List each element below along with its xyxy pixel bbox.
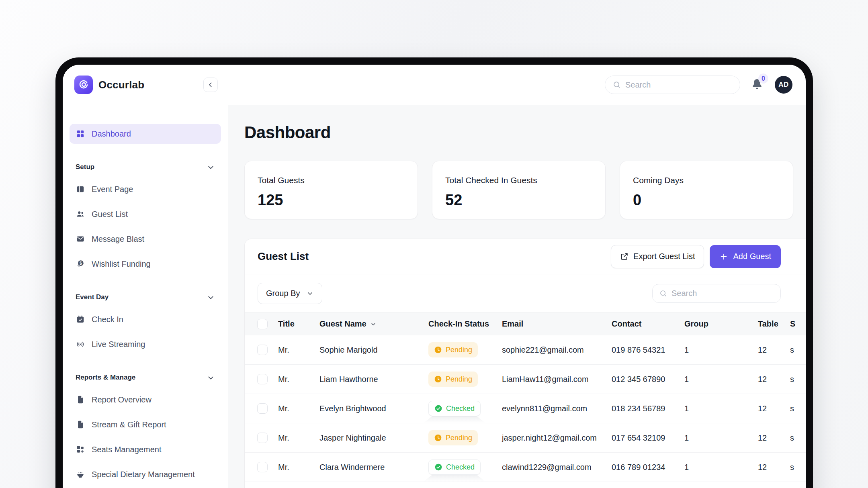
group-by-label: Group By: [266, 289, 300, 298]
chevron-down-icon: [306, 290, 314, 297]
clock-icon: [434, 346, 442, 354]
status-badge-label: Checked: [446, 463, 475, 472]
guest-list-title: Guest List: [258, 250, 309, 263]
select-all-checkbox[interactable]: [257, 319, 268, 329]
chevron-left-icon: [207, 81, 215, 89]
stat-label: Total Checked In Guests: [445, 176, 592, 185]
cell-table: 12: [758, 463, 790, 472]
desktop-canvas: { "brand": { "name": "Occurlab" }, "head…: [0, 0, 868, 488]
add-guest-button[interactable]: Add Guest: [710, 245, 781, 268]
cell-checkin-status: Pending: [428, 342, 502, 357]
global-search-input[interactable]: [625, 80, 733, 90]
notifications-button[interactable]: 0: [751, 78, 764, 92]
sidebar-section-list: Dashboard: [70, 124, 221, 144]
sidebar-item-live-streaming[interactable]: Live Streaming: [70, 334, 221, 354]
cell-group: 1: [684, 433, 758, 443]
row-checkbox[interactable]: [257, 345, 268, 355]
column-header-guest-name[interactable]: Guest Name: [319, 319, 428, 329]
guest-list-search-input[interactable]: [671, 289, 774, 298]
clock-icon: [434, 434, 442, 442]
sidebar-item-label: Dashboard: [92, 129, 131, 139]
sidebar-section-setup[interactable]: Setup: [76, 160, 215, 174]
sidebar-item-seats-management[interactable]: Seats Management: [70, 439, 221, 459]
app-body: Dashboard Setup Event Page Guest List Me…: [63, 105, 806, 488]
status-badge: Pending: [428, 430, 478, 445]
sidebar-item-stream-gift-report[interactable]: Stream & Gift Report: [70, 414, 221, 435]
sidebar-item-check-in[interactable]: Check In: [70, 309, 221, 329]
sidebar-item-label: Report Overview: [92, 395, 151, 404]
cell-seat: s: [790, 345, 806, 355]
file-icon: [76, 420, 85, 429]
stat-card-total-guests: Total Guests 125: [244, 161, 418, 219]
global-search[interactable]: [605, 76, 740, 94]
sidebar-item-label: Special Dietary Management: [92, 470, 195, 479]
check-circle-icon: [434, 404, 442, 412]
sidebar-item-guest-list[interactable]: Guest List: [70, 204, 221, 224]
table-row: [245, 482, 806, 488]
main-content: Dashboard Total Guests 125 Total Checked…: [228, 105, 806, 488]
status-badge-label: Pending: [446, 434, 472, 442]
row-checkbox[interactable]: [257, 462, 268, 472]
sidebar-item-dashboard[interactable]: Dashboard: [70, 124, 221, 144]
guest-list-header: Guest List Export Guest List: [245, 239, 806, 274]
group-by-dropdown[interactable]: Group By: [258, 283, 322, 304]
tablet-bezel-frame: Occurlab 0 AD: [55, 57, 813, 488]
guest-list-filter-row: Group By: [245, 274, 806, 312]
sidebar-item-label: Live Streaming: [92, 340, 145, 349]
cell-contact: 017 654 32109: [612, 433, 684, 443]
table-row: Mr. Clara Windermere Checked clawind1229…: [245, 453, 806, 482]
table-row: Mr. Jasper Nightingale Pending jasper.ni…: [245, 423, 806, 453]
user-avatar[interactable]: AD: [775, 76, 792, 94]
stat-card-total-checked-in-guests: Total Checked In Guests 52: [432, 161, 606, 219]
row-checkbox[interactable]: [257, 433, 268, 443]
cell-title: Mr.: [278, 345, 319, 355]
guest-list-actions: Export Guest List Add Guest: [611, 245, 781, 268]
stat-cards-row: Total Guests 125 Total Checked In Guests…: [244, 161, 806, 219]
row-checkbox[interactable]: [257, 403, 268, 414]
sidebar-item-special-dietary-management[interactable]: Special Dietary Management: [70, 464, 221, 484]
brand-name: Occurlab: [98, 79, 144, 91]
sidebar-section-event-day[interactable]: Event Day: [76, 290, 215, 304]
sidebar-item-message-blast[interactable]: Message Blast: [70, 229, 221, 249]
cell-guest-name: Liam Hawthorne: [319, 375, 428, 384]
row-checkbox[interactable]: [257, 374, 268, 384]
export-icon: [620, 252, 628, 261]
mail-icon: [76, 234, 85, 244]
cell-table: 12: [758, 404, 790, 413]
sidebar-item-label: Wishlist Funding: [92, 259, 151, 269]
section-label: Reports & Manage: [76, 374, 135, 382]
occurlab-logo-icon: [74, 76, 93, 94]
sidebar-section-list: Check In Live Streaming: [70, 309, 221, 354]
stat-value: 0: [633, 192, 780, 209]
guest-list-card: Guest List Export Guest List: [244, 239, 806, 488]
table-row: Mr. Liam Hawthorne Pending LiamHaw11@gma…: [245, 365, 806, 394]
search-icon: [659, 289, 667, 298]
table-header-row: TitleGuest NameCheck-In StatusEmailConta…: [245, 312, 806, 335]
sidebar-item-label: Guest List: [92, 210, 128, 219]
sidebar-item-wishlist-funding[interactable]: $ Wishlist Funding: [70, 254, 221, 274]
sidebar-item-label: Message Blast: [92, 235, 144, 244]
sidebar-section-reports-manage[interactable]: Reports & Manage: [76, 370, 215, 385]
cell-contact: 016 789 01234: [612, 463, 684, 472]
search-icon: [612, 80, 621, 89]
status-badge-label: Pending: [446, 346, 472, 354]
notification-count-badge: 0: [758, 74, 768, 84]
section-label: Event Day: [76, 293, 108, 301]
sidebar-item-label: Event Page: [92, 185, 133, 194]
stat-card-coming-days: Coming Days 0: [620, 161, 793, 219]
cell-group: 1: [684, 345, 758, 355]
cell-checkin-status: Checked: [428, 401, 502, 416]
table-row: Mr. Sophie Marigold Pending sophie221@gm…: [245, 335, 806, 365]
cell-group: 1: [684, 463, 758, 472]
page-title: Dashboard: [244, 123, 806, 142]
sidebar-item-report-overview[interactable]: Report Overview: [70, 390, 221, 410]
users-icon: [76, 209, 85, 219]
sidebar-item-label: Stream & Gift Report: [92, 420, 166, 429]
cell-guest-name: Sophie Marigold: [319, 345, 428, 355]
cell-seat: s: [790, 375, 806, 384]
sidebar-collapse-button[interactable]: [203, 78, 218, 92]
export-guest-list-button[interactable]: Export Guest List: [611, 245, 704, 268]
sidebar-item-event-page[interactable]: Event Page: [70, 179, 221, 199]
table-body: Mr. Sophie Marigold Pending sophie221@gm…: [245, 335, 806, 488]
guest-list-search[interactable]: [652, 284, 781, 303]
